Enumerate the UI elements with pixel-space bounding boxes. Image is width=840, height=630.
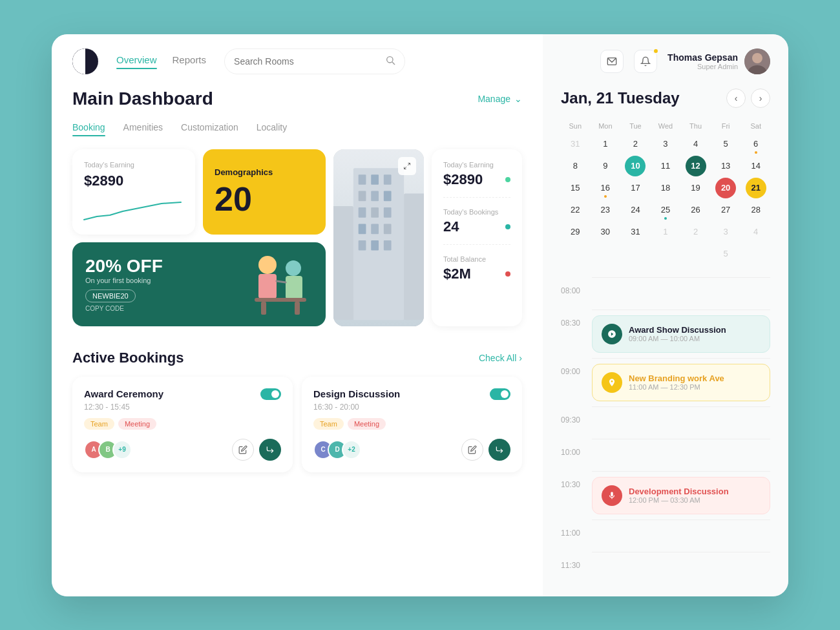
tab-amenities[interactable]: Amenities [123,122,163,136]
event-info-branding: New Branding work Ave 11:00 AM — 12:30 P… [629,373,724,391]
booking-time-1: 12:30 - 15:45 [84,403,281,412]
cal-day[interactable]: 16 [595,178,616,198]
cal-day[interactable]: 18 [655,178,676,198]
cal-day[interactable]: 5 [715,244,736,264]
schedule-row-800: 08:00 [561,277,770,310]
cal-day[interactable]: 2 [686,222,706,242]
promo-card: 20% OFF On your first booking NEWBIE20 C… [72,242,326,326]
cal-day[interactable]: 3 [715,222,736,242]
mini-bookings-value: 24 [443,218,459,235]
cal-day[interactable]: 8 [565,156,585,176]
cal-day[interactable]: 24 [625,200,646,220]
cal-day-12[interactable]: 12 [686,156,706,176]
event-title-branding: New Branding work Ave [629,373,724,383]
booking-toggle-2[interactable] [490,388,510,400]
calendar-prev-button[interactable]: ‹ [726,89,746,108]
event-development[interactable]: Development Discussion 12:00 PM — 03:30 … [592,477,770,514]
cal-day[interactable]: 6 [746,134,766,154]
cal-day[interactable]: 19 [686,178,706,198]
left-panel: Overview Reports Main Dashboard Manage [52,34,543,596]
cal-day[interactable]: 31 [565,134,585,154]
cal-day [746,244,766,264]
promo-code-badge[interactable]: NEWBIE20 [85,289,136,302]
search-input[interactable] [234,56,380,67]
time-900: 09:00 [561,358,584,376]
cal-day[interactable]: 17 [625,178,646,198]
event-icon-branding [602,372,622,393]
booking-title-1: Award Ceremony [84,388,163,399]
event-award-show[interactable]: Award Show Discussion 09:00 AM — 10:00 A… [592,315,770,353]
notification-button[interactable] [634,50,657,73]
booking-toggle-1[interactable] [260,388,281,400]
search-bar[interactable] [224,48,405,74]
event-time-branding: 11:00 AM — 12:30 PM [629,383,724,391]
cal-day[interactable]: 11 [655,156,676,176]
nav-reports[interactable]: Reports [173,54,207,68]
cal-day[interactable]: 1 [655,222,676,242]
promo-illustration [229,249,326,326]
earnings-dot [505,177,510,182]
mini-bookings: Today's Bookings 24 [443,208,510,245]
booking-tags-1: Team Meeting [84,418,281,430]
schedule-line-900: New Branding work Ave 11:00 AM — 12:30 P… [592,358,770,406]
mini-earnings-label: Today's Earning [443,161,510,169]
cal-day[interactable]: 31 [625,222,646,242]
time-1130: 11:30 [561,552,584,570]
check-all-button[interactable]: Check All › [479,353,522,363]
tab-locality[interactable]: Locality [257,122,287,136]
cal-day[interactable]: 25 [655,200,676,220]
cal-day[interactable]: 15 [565,178,585,198]
cal-day[interactable]: 13 [715,156,736,176]
cal-day[interactable]: 3 [655,134,676,154]
cal-day-21[interactable]: 21 [746,178,766,198]
cal-day[interactable]: 1 [595,134,616,154]
cal-day[interactable]: 26 [686,200,706,220]
manage-button[interactable]: Manage ⌄ [478,94,522,104]
notification-badge [653,48,659,54]
svg-rect-29 [261,302,266,315]
svg-point-0 [387,56,393,62]
calendar-grid: Sun Mon Tue Wed Thu Fri Sat 31 1 2 3 4 5… [561,120,770,264]
cal-day-10[interactable]: 10 [625,156,646,176]
mini-stats-card: Today's Earning $2890 Today's Bookings 2… [432,149,522,326]
edit-button-2[interactable] [461,439,483,461]
booking-tags-2: Team Meeting [313,418,510,430]
cal-day[interactable]: 14 [746,156,766,176]
nav-button-1[interactable] [259,439,281,461]
cal-day[interactable]: 30 [595,222,616,242]
mini-earnings: Today's Earning $2890 [443,161,510,198]
cal-day[interactable]: 22 [565,200,585,220]
booking-footer-2: C D +2 [313,439,510,461]
svg-rect-13 [371,207,379,218]
calendar-next-button[interactable]: › [751,89,770,108]
cal-day[interactable]: 28 [746,200,766,220]
schedule-line-800 [592,277,770,283]
cal-day[interactable]: 5 [715,134,736,154]
cal-day[interactable]: 4 [686,134,706,154]
cal-day[interactable]: 9 [595,156,616,176]
nav-button-2[interactable] [488,439,510,461]
cal-day-20[interactable]: 20 [715,178,736,198]
event-branding[interactable]: New Branding work Ave 11:00 AM — 12:30 P… [592,364,770,401]
svg-rect-8 [384,174,392,185]
chevron-right-icon: › [519,353,522,363]
svg-rect-22 [333,206,353,320]
cal-day[interactable]: 29 [565,222,585,242]
nav-overview[interactable]: Overview [116,54,157,68]
cal-day[interactable]: 4 [746,222,766,242]
balance-dot [505,271,510,277]
expand-icon[interactable] [398,157,416,175]
mail-button[interactable] [600,50,624,73]
schedule-line-1000 [592,439,770,445]
tab-booking[interactable]: Booking [72,122,105,136]
cal-day [595,244,616,264]
edit-button-1[interactable] [232,439,254,461]
mini-balance-label: Total Balance [443,255,510,263]
copy-code-button[interactable]: COPY CODE [85,305,163,312]
svg-rect-11 [384,191,392,201]
cal-day[interactable]: 2 [625,134,646,154]
cal-day[interactable]: 23 [595,200,616,220]
cal-day[interactable]: 27 [715,200,736,220]
tab-customization[interactable]: Customization [181,122,238,136]
demographics-label: Demographics [215,167,314,177]
